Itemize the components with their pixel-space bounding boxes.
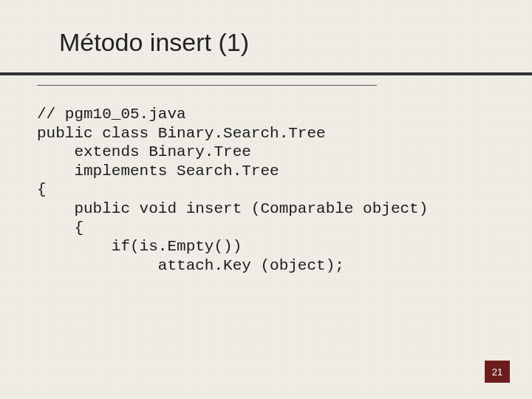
page-number-box: 21: [485, 361, 510, 383]
slide: Método insert (1) // pgm10_05.java publi…: [0, 0, 532, 399]
horizontal-rule-sub: [37, 85, 377, 86]
code-block: // pgm10_05.java public class Binary.Sea…: [37, 105, 502, 275]
page-number: 21: [492, 366, 502, 378]
horizontal-rule-main: [0, 72, 532, 75]
slide-title: Método insert (1): [59, 28, 249, 57]
